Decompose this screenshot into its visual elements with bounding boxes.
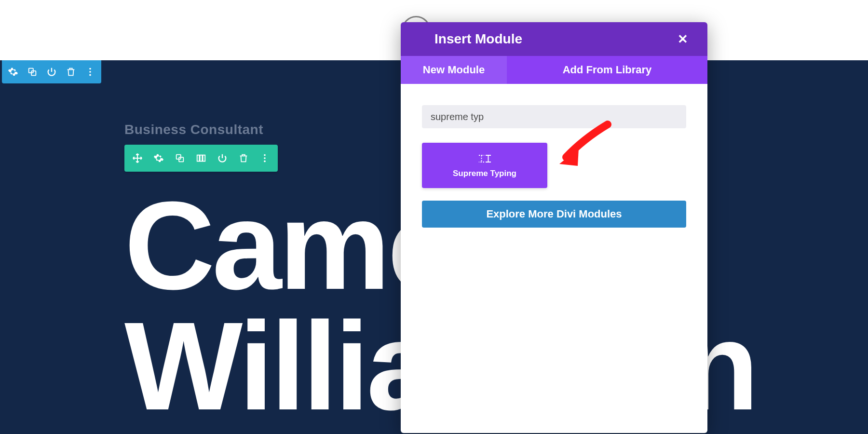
gear-icon[interactable]	[8, 67, 18, 77]
module-card-label: Supreme Typing	[453, 169, 516, 178]
close-icon[interactable]: ✕	[675, 30, 691, 49]
svg-point-4	[89, 74, 91, 76]
tab-add-from-library[interactable]: Add From Library	[507, 56, 707, 84]
columns-icon[interactable]	[196, 153, 206, 163]
modal-header: Insert Module ✕	[401, 22, 707, 56]
trash-icon[interactable]	[238, 153, 249, 163]
svg-point-10	[264, 154, 266, 156]
section-toolbar	[2, 60, 101, 83]
trash-icon[interactable]	[66, 67, 76, 77]
gear-icon[interactable]	[153, 153, 164, 163]
tab-new-module[interactable]: New Module	[401, 56, 507, 84]
power-icon[interactable]	[46, 67, 57, 77]
more-icon[interactable]	[259, 153, 270, 163]
svg-point-12	[264, 161, 266, 163]
more-icon[interactable]	[85, 67, 95, 77]
duplicate-icon[interactable]	[175, 153, 185, 163]
module-search-input[interactable]	[422, 105, 686, 128]
move-icon[interactable]	[132, 153, 143, 163]
svg-point-11	[264, 157, 266, 159]
modal-body: Supreme Typing Explore More Divi Modules	[401, 84, 707, 433]
svg-rect-8	[200, 155, 203, 162]
svg-point-3	[89, 71, 91, 73]
svg-rect-7	[197, 155, 200, 162]
duplicate-icon[interactable]	[27, 67, 38, 77]
module-supreme-typing[interactable]: Supreme Typing	[422, 143, 547, 188]
power-icon[interactable]	[217, 153, 228, 163]
explore-more-button[interactable]: Explore More Divi Modules	[422, 201, 686, 228]
svg-rect-9	[203, 155, 205, 162]
insert-module-modal: Insert Module ✕ New Module Add From Libr…	[401, 22, 707, 433]
hero-subtitle: Business Consultant	[124, 122, 263, 137]
modal-tabs: New Module Add From Library	[401, 56, 707, 84]
typing-icon	[477, 152, 492, 164]
modal-title: Insert Module	[434, 31, 522, 47]
row-toolbar	[124, 145, 278, 172]
svg-point-2	[89, 68, 91, 70]
